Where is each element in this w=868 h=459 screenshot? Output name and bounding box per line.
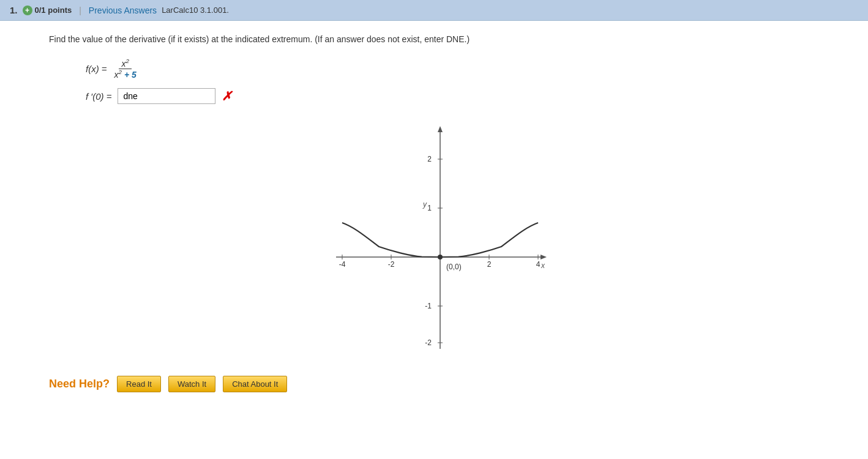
answer-input[interactable]: [118, 88, 215, 104]
svg-text:-4: -4: [339, 260, 346, 269]
function-display: f(x) = x2 x2 + 5: [86, 58, 831, 80]
derivative-label: f ′(0) =: [86, 91, 111, 102]
svg-text:2: 2: [487, 260, 492, 269]
divider-pipe: |: [79, 6, 81, 15]
problem-ref: LarCalc10 3.1.001.: [162, 6, 229, 15]
answer-row: f ′(0) = ✗: [86, 88, 831, 104]
svg-text:-2: -2: [388, 260, 395, 269]
graph-svg: 2 1 y -1 -2 -4 -2 2 4 x: [324, 116, 556, 361]
denominator: x2 + 5: [112, 69, 139, 80]
wrong-mark: ✗: [222, 89, 232, 103]
prev-answers-link[interactable]: Previous Answers: [89, 6, 157, 15]
formula-block: f(x) = x2 x2 + 5 f ′(0) = ✗: [86, 58, 831, 104]
need-help-label: Need Help?: [49, 378, 110, 390]
svg-text:(0,0): (0,0): [446, 263, 462, 271]
svg-text:4: 4: [536, 260, 541, 269]
question-number: 1.: [10, 5, 18, 15]
fraction: x2 x2 + 5: [112, 58, 139, 80]
svg-text:x: x: [541, 261, 545, 270]
svg-marker-3: [541, 255, 547, 259]
numerator: x2: [119, 58, 131, 69]
svg-text:y: y: [422, 200, 427, 209]
content-area: Find the value of the derivative (if it …: [0, 21, 868, 405]
svg-text:-1: -1: [425, 302, 432, 310]
points-label: 0/1 points: [35, 6, 72, 15]
svg-text:1: 1: [427, 204, 432, 212]
graph-container: 2 1 y -1 -2 -4 -2 2 4 x: [324, 116, 556, 361]
read-it-button[interactable]: Read It: [117, 376, 161, 392]
plus-icon: +: [23, 6, 32, 15]
need-help-section: Need Help? Read It Watch It Chat About I…: [49, 376, 831, 392]
watch-it-button[interactable]: Watch It: [168, 376, 215, 392]
svg-text:-2: -2: [425, 338, 432, 347]
chat-about-it-button[interactable]: Chat About It: [223, 376, 287, 392]
svg-marker-2: [438, 126, 443, 132]
function-label: f(x) =: [86, 64, 107, 74]
points-badge: + 0/1 points: [23, 6, 72, 15]
header-bar: 1. + 0/1 points | Previous Answers LarCa…: [0, 0, 868, 21]
problem-statement: Find the value of the derivative (if it …: [49, 33, 831, 46]
svg-text:2: 2: [427, 155, 432, 163]
